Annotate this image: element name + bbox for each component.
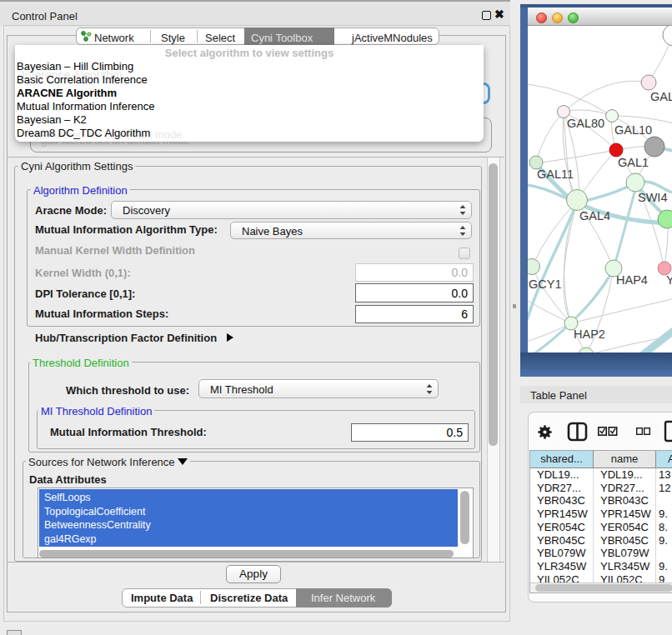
svg-text:GAL80: GAL80 (567, 117, 604, 130)
svg-text:GAL7: GAL7 (650, 90, 672, 103)
svg-text:GAL10: GAL10 (614, 123, 652, 137)
svg-text:HAP2: HAP2 (574, 328, 605, 341)
svg-text:HAP4: HAP4 (616, 273, 648, 287)
svg-text:SWI4: SWI4 (638, 191, 667, 204)
svg-text:YJ: YJ (666, 273, 672, 287)
svg-text:GAL4: GAL4 (579, 209, 610, 222)
svg-text:GAL1: GAL1 (618, 156, 649, 169)
svg-text:GCY1: GCY1 (529, 278, 562, 291)
svg-text:GAL11: GAL11 (537, 168, 574, 181)
